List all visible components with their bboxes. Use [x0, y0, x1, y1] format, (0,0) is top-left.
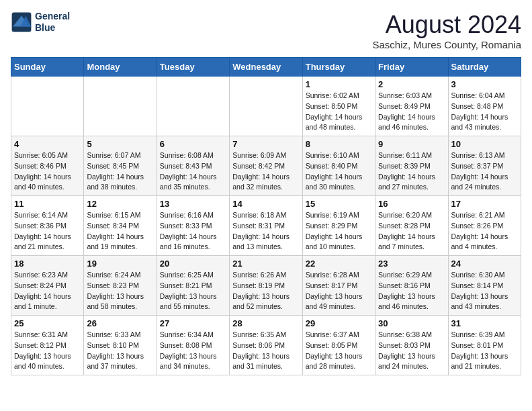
day-info: Sunrise: 6:29 AM Sunset: 8:16 PM Dayligh…: [378, 270, 445, 312]
day-number: 9: [378, 139, 445, 149]
day-cell: 9Sunrise: 6:11 AM Sunset: 8:39 PM Daylig…: [375, 136, 448, 196]
day-number: 26: [87, 318, 153, 328]
day-info: Sunrise: 6:04 AM Sunset: 8:48 PM Dayligh…: [451, 91, 518, 133]
day-number: 2: [378, 79, 445, 89]
week-row-3: 11Sunrise: 6:14 AM Sunset: 8:36 PM Dayli…: [11, 196, 521, 256]
day-info: Sunrise: 6:09 AM Sunset: 8:42 PM Dayligh…: [232, 150, 299, 193]
day-cell: [84, 77, 157, 136]
day-info: Sunrise: 6:13 AM Sunset: 8:37 PM Dayligh…: [451, 150, 518, 193]
day-info: Sunrise: 6:35 AM Sunset: 8:06 PM Dayligh…: [232, 330, 299, 372]
day-cell: 29Sunrise: 6:37 AM Sunset: 8:05 PM Dayli…: [302, 316, 375, 375]
day-info: Sunrise: 6:34 AM Sunset: 8:08 PM Dayligh…: [160, 330, 226, 372]
day-cell: 6Sunrise: 6:08 AM Sunset: 8:43 PM Daylig…: [157, 136, 229, 196]
day-cell: 3Sunrise: 6:04 AM Sunset: 8:48 PM Daylig…: [448, 77, 521, 136]
day-number: 4: [14, 139, 81, 149]
day-info: Sunrise: 6:26 AM Sunset: 8:19 PM Dayligh…: [232, 270, 299, 312]
day-info: Sunrise: 6:15 AM Sunset: 8:34 PM Dayligh…: [87, 210, 153, 253]
day-cell: 12Sunrise: 6:15 AM Sunset: 8:34 PM Dayli…: [84, 196, 157, 256]
day-number: 1: [306, 79, 372, 89]
logo-icon: [11, 11, 32, 33]
day-number: 13: [160, 199, 226, 209]
day-number: 22: [306, 259, 372, 269]
day-info: Sunrise: 6:14 AM Sunset: 8:36 PM Dayligh…: [14, 210, 81, 253]
day-info: Sunrise: 6:23 AM Sunset: 8:24 PM Dayligh…: [14, 270, 81, 312]
day-info: Sunrise: 6:11 AM Sunset: 8:39 PM Dayligh…: [378, 150, 445, 193]
day-cell: 28Sunrise: 6:35 AM Sunset: 8:06 PM Dayli…: [230, 316, 302, 375]
day-info: Sunrise: 6:07 AM Sunset: 8:45 PM Dayligh…: [87, 150, 153, 193]
day-cell: 15Sunrise: 6:19 AM Sunset: 8:29 PM Dayli…: [302, 196, 375, 256]
day-info: Sunrise: 6:24 AM Sunset: 8:23 PM Dayligh…: [87, 270, 153, 312]
calendar-body: 1Sunrise: 6:02 AM Sunset: 8:50 PM Daylig…: [11, 77, 521, 375]
day-cell: 24Sunrise: 6:30 AM Sunset: 8:14 PM Dayli…: [448, 256, 521, 316]
day-info: Sunrise: 6:03 AM Sunset: 8:49 PM Dayligh…: [378, 91, 445, 133]
weekday-saturday: Saturday: [448, 58, 521, 77]
page-title: August 2024: [373, 11, 521, 39]
day-number: 24: [451, 259, 518, 269]
day-info: Sunrise: 6:18 AM Sunset: 8:31 PM Dayligh…: [232, 210, 299, 253]
day-cell: 19Sunrise: 6:24 AM Sunset: 8:23 PM Dayli…: [84, 256, 157, 316]
day-info: Sunrise: 6:05 AM Sunset: 8:46 PM Dayligh…: [14, 150, 81, 193]
header: General Blue August 2024 Saschiz, Mures …: [11, 11, 521, 50]
day-number: 20: [160, 259, 226, 269]
day-number: 27: [160, 318, 226, 328]
day-cell: 11Sunrise: 6:14 AM Sunset: 8:36 PM Dayli…: [11, 196, 84, 256]
day-cell: 20Sunrise: 6:25 AM Sunset: 8:21 PM Dayli…: [157, 256, 229, 316]
day-number: 18: [14, 259, 81, 269]
day-cell: 21Sunrise: 6:26 AM Sunset: 8:19 PM Dayli…: [230, 256, 302, 316]
day-info: Sunrise: 6:19 AM Sunset: 8:29 PM Dayligh…: [306, 210, 372, 253]
day-number: 31: [451, 318, 518, 328]
day-cell: 4Sunrise: 6:05 AM Sunset: 8:46 PM Daylig…: [11, 136, 84, 196]
day-number: 23: [378, 259, 445, 269]
weekday-sunday: Sunday: [11, 58, 84, 77]
day-number: 25: [14, 318, 81, 328]
day-number: 19: [87, 259, 153, 269]
day-number: 16: [378, 199, 445, 209]
day-number: 6: [160, 139, 226, 149]
logo-line2: Blue: [35, 22, 70, 34]
day-cell: 10Sunrise: 6:13 AM Sunset: 8:37 PM Dayli…: [448, 136, 521, 196]
day-number: 11: [14, 199, 81, 209]
week-row-5: 25Sunrise: 6:31 AM Sunset: 8:12 PM Dayli…: [11, 316, 521, 375]
weekday-tuesday: Tuesday: [157, 58, 229, 77]
day-info: Sunrise: 6:16 AM Sunset: 8:33 PM Dayligh…: [160, 210, 226, 253]
day-number: 15: [306, 199, 372, 209]
day-info: Sunrise: 6:31 AM Sunset: 8:12 PM Dayligh…: [14, 330, 81, 372]
day-cell: 16Sunrise: 6:20 AM Sunset: 8:28 PM Dayli…: [375, 196, 448, 256]
day-cell: 27Sunrise: 6:34 AM Sunset: 8:08 PM Dayli…: [157, 316, 229, 375]
day-cell: 22Sunrise: 6:28 AM Sunset: 8:17 PM Dayli…: [302, 256, 375, 316]
calendar: SundayMondayTuesdayWednesdayThursdayFrid…: [11, 57, 521, 375]
weekday-wednesday: Wednesday: [230, 58, 302, 77]
day-cell: 8Sunrise: 6:10 AM Sunset: 8:40 PM Daylig…: [302, 136, 375, 196]
day-info: Sunrise: 6:39 AM Sunset: 8:01 PM Dayligh…: [451, 330, 518, 372]
logo: General Blue: [11, 11, 70, 34]
day-cell: 7Sunrise: 6:09 AM Sunset: 8:42 PM Daylig…: [230, 136, 302, 196]
day-cell: [11, 77, 84, 136]
week-row-4: 18Sunrise: 6:23 AM Sunset: 8:24 PM Dayli…: [11, 256, 521, 316]
day-cell: 5Sunrise: 6:07 AM Sunset: 8:45 PM Daylig…: [84, 136, 157, 196]
day-number: 3: [451, 79, 518, 89]
day-info: Sunrise: 6:38 AM Sunset: 8:03 PM Dayligh…: [378, 330, 445, 372]
day-info: Sunrise: 6:37 AM Sunset: 8:05 PM Dayligh…: [306, 330, 372, 372]
day-number: 30: [378, 318, 445, 328]
calendar-header: SundayMondayTuesdayWednesdayThursdayFrid…: [11, 58, 521, 77]
page-subtitle: Saschiz, Mures County, Romania: [373, 39, 521, 50]
day-number: 8: [306, 139, 372, 149]
day-number: 28: [232, 318, 299, 328]
day-cell: 18Sunrise: 6:23 AM Sunset: 8:24 PM Dayli…: [11, 256, 84, 316]
day-info: Sunrise: 6:21 AM Sunset: 8:26 PM Dayligh…: [451, 210, 518, 253]
week-row-1: 1Sunrise: 6:02 AM Sunset: 8:50 PM Daylig…: [11, 77, 521, 136]
day-cell: 17Sunrise: 6:21 AM Sunset: 8:26 PM Dayli…: [448, 196, 521, 256]
day-number: 10: [451, 139, 518, 149]
day-number: 7: [232, 139, 299, 149]
day-cell: 14Sunrise: 6:18 AM Sunset: 8:31 PM Dayli…: [230, 196, 302, 256]
day-info: Sunrise: 6:20 AM Sunset: 8:28 PM Dayligh…: [378, 210, 445, 253]
day-info: Sunrise: 6:28 AM Sunset: 8:17 PM Dayligh…: [306, 270, 372, 312]
day-cell: 26Sunrise: 6:33 AM Sunset: 8:10 PM Dayli…: [84, 316, 157, 375]
day-cell: 31Sunrise: 6:39 AM Sunset: 8:01 PM Dayli…: [448, 316, 521, 375]
day-number: 5: [87, 139, 153, 149]
day-cell: 30Sunrise: 6:38 AM Sunset: 8:03 PM Dayli…: [375, 316, 448, 375]
day-cell: [230, 77, 302, 136]
day-cell: 2Sunrise: 6:03 AM Sunset: 8:49 PM Daylig…: [375, 77, 448, 136]
day-cell: 23Sunrise: 6:29 AM Sunset: 8:16 PM Dayli…: [375, 256, 448, 316]
day-info: Sunrise: 6:25 AM Sunset: 8:21 PM Dayligh…: [160, 270, 226, 312]
